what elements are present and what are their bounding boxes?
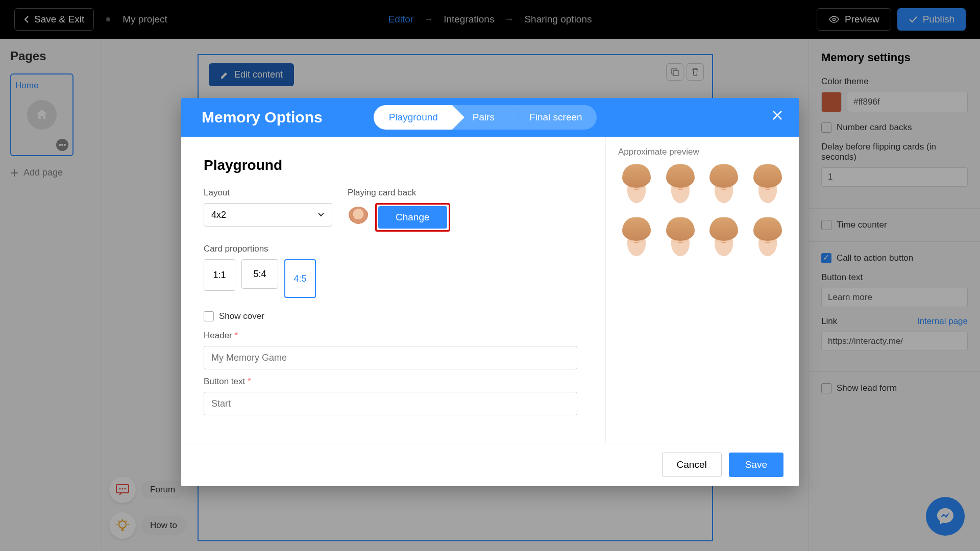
ratio-4-5[interactable]: 4:5 [284, 259, 316, 298]
modal-left: Playground Layout 4x2 Playing card back [181, 137, 606, 443]
cardback-thumbnail [348, 207, 369, 228]
show-cover-checkbox[interactable] [204, 311, 214, 321]
cancel-button[interactable]: Cancel [662, 453, 722, 477]
tab-playground[interactable]: Playground [374, 105, 452, 130]
show-cover-label: Show cover [219, 311, 264, 321]
card-preview [662, 164, 699, 211]
ratio-5-4[interactable]: 5:4 [241, 259, 278, 289]
card-preview [749, 164, 786, 211]
header-input[interactable] [204, 346, 577, 369]
preview-grid [618, 164, 787, 264]
modal-title: Memory Options [202, 109, 323, 126]
memory-options-modal: Memory Options Playground Pairs Final sc… [181, 98, 799, 486]
card-preview [749, 217, 786, 264]
section-title: Playground [204, 157, 583, 173]
modal-header: Memory Options Playground Pairs Final sc… [181, 98, 799, 137]
close-icon[interactable] [771, 109, 783, 121]
modal-right: Approximate preview [606, 137, 799, 443]
cardback-label: Playing card back [348, 188, 450, 198]
card-preview [705, 164, 742, 211]
card-preview [618, 217, 655, 264]
card-preview [662, 217, 699, 264]
header-label: Header * [204, 331, 577, 341]
layout-label: Layout [204, 188, 332, 198]
layout-value: 4x2 [211, 210, 226, 220]
ratio-1-1[interactable]: 1:1 [204, 259, 235, 291]
modal-button-text-input[interactable] [204, 392, 577, 415]
modal-footer: Cancel Save [181, 443, 799, 486]
modal-overlay: Memory Options Playground Pairs Final sc… [0, 0, 980, 551]
proportions-label: Card proportions [204, 244, 583, 254]
approx-preview-label: Approximate preview [618, 147, 787, 157]
change-highlight: Change [375, 203, 450, 232]
modal-tabs: Playground Pairs Final screen [374, 105, 597, 130]
save-button[interactable]: Save [729, 453, 783, 477]
modal-button-text-label: Button text * [204, 377, 577, 387]
card-preview [618, 164, 655, 211]
tab-final-screen[interactable]: Final screen [509, 105, 597, 130]
layout-select[interactable]: 4x2 [204, 203, 332, 227]
chevron-down-icon [317, 212, 325, 217]
change-button[interactable]: Change [378, 206, 447, 229]
card-preview [705, 217, 742, 264]
